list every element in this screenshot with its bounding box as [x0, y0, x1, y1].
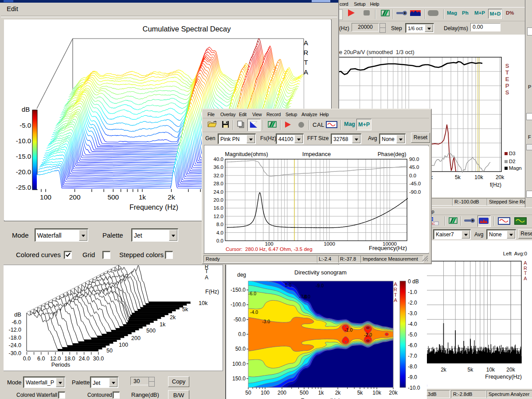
svg-text:5.0: 5.0	[285, 282, 292, 288]
svg-text:-150.0: -150.0	[231, 287, 246, 293]
svg-text:Impedance: Impedance	[302, 151, 331, 157]
svg-text:-4.0: -4.0	[408, 321, 417, 327]
svg-text:5k: 5k	[182, 306, 188, 313]
svg-text:A: A	[304, 68, 308, 76]
svg-text:8.0: 8.0	[216, 222, 223, 227]
svg-text:100.0: 100.0	[232, 361, 246, 367]
svg-text:-90.0: -90.0	[409, 189, 421, 195]
svg-text:R: R	[304, 49, 309, 56]
svg-text:90.0: 90.0	[409, 156, 419, 162]
svg-text:200: 200	[278, 390, 286, 396]
svg-text:A: A	[394, 297, 397, 303]
svg-text:-50.0: -50.0	[234, 317, 246, 323]
svg-text:-9.0: -9.0	[408, 374, 417, 380]
svg-text:Left Avg:0: Left Avg:0	[503, 251, 527, 256]
svg-text:A: A	[524, 260, 527, 266]
svg-text:R: R	[394, 287, 397, 292]
svg-text:-1.0: -1.0	[408, 289, 417, 295]
svg-text:F(Hz): F(Hz)	[205, 289, 219, 295]
svg-text:5k: 5k	[467, 367, 473, 373]
svg-text:T: T	[505, 69, 509, 76]
svg-text:1000: 1000	[324, 241, 335, 246]
svg-text:Periods: Periods	[51, 362, 70, 368]
svg-text:dB: dB	[22, 106, 30, 113]
svg-text:200: 200	[131, 335, 141, 341]
svg-text:-6.0: -6.0	[12, 319, 21, 325]
svg-text:50: 50	[245, 390, 251, 396]
svg-text:0.0: 0.0	[238, 331, 246, 337]
svg-text:-5.0: -5.0	[408, 332, 417, 338]
svg-text:100: 100	[119, 342, 128, 348]
svg-text:10k: 10k	[199, 300, 208, 306]
svg-text:Directivity sonogram: Directivity sonogram	[294, 269, 347, 276]
svg-text:100: 100	[265, 241, 273, 246]
svg-text:-5.0: -5.0	[20, 121, 31, 129]
svg-text:500: 500	[107, 193, 119, 201]
svg-text:20k: 20k	[389, 390, 398, 396]
svg-text:100: 100	[40, 193, 51, 201]
svg-text:T: T	[205, 268, 208, 274]
svg-text:500: 500	[146, 328, 156, 334]
svg-text:D2: D2	[509, 159, 516, 164]
svg-text:16.0: 16.0	[214, 205, 223, 211]
svg-text:0.0: 0.0	[409, 173, 416, 178]
svg-text:6.0: 6.0	[37, 356, 45, 362]
svg-text:D3: D3	[509, 151, 516, 156]
svg-text:10k: 10k	[372, 390, 381, 396]
svg-text:2k: 2k	[170, 314, 176, 321]
svg-text:36.0: 36.0	[214, 164, 223, 170]
svg-text:2k: 2k	[335, 390, 341, 396]
svg-text:A: A	[524, 276, 527, 281]
svg-text:T: T	[394, 292, 397, 297]
svg-text:T: T	[524, 270, 527, 276]
svg-text:0.0: 0.0	[216, 238, 223, 243]
svg-text:Frequency(Hz): Frequency(Hz)	[369, 245, 407, 251]
svg-text:-10.0: -10.0	[408, 385, 420, 391]
svg-text:50.0: 50.0	[235, 346, 246, 352]
svg-text:-8.0: -8.0	[302, 294, 310, 299]
svg-text:-3.0: -3.0	[262, 319, 270, 324]
svg-text:R: R	[524, 266, 527, 271]
svg-text:30.0: 30.0	[93, 356, 104, 362]
svg-text:P: P	[505, 82, 509, 89]
svg-text:-8.0: -8.0	[408, 364, 417, 370]
svg-text:-12.0: -12.0	[9, 327, 22, 333]
svg-text:e 20uPa/V (smoothed 1/3 oct): e 20uPa/V (smoothed 1/3 oct)	[339, 49, 415, 55]
svg-text:A: A	[205, 274, 208, 281]
svg-text:-9.0: -9.0	[316, 283, 324, 288]
svg-text:E: E	[505, 76, 509, 82]
svg-text:24.0: 24.0	[79, 356, 90, 362]
svg-text:28.0: 28.0	[214, 181, 223, 186]
svg-text:A: A	[304, 39, 308, 47]
svg-text:-1.0: -1.0	[344, 327, 352, 332]
svg-text:-24.0: -24.0	[9, 342, 22, 348]
svg-text:-30.0: -30.0	[9, 350, 22, 356]
svg-text:A: A	[394, 282, 397, 287]
svg-text:4.0: 4.0	[216, 230, 223, 235]
svg-text:S: S	[505, 63, 509, 69]
svg-text:12.0: 12.0	[214, 214, 223, 219]
svg-text:12.0: 12.0	[50, 356, 61, 362]
svg-text:Cursor: 280.0 Hz, 6.47 Ohm, -: Cursor: 280.0 Hz, 6.47 Ohm, -3.5 deg	[226, 246, 313, 252]
svg-text:-100.0: -100.0	[231, 301, 246, 308]
svg-text:0.0: 0.0	[23, 356, 31, 362]
svg-text:-20.0: -20.0	[16, 168, 31, 176]
svg-text:200: 200	[69, 193, 81, 201]
svg-text:-10.0: -10.0	[16, 137, 31, 145]
svg-text:Magn: Magn	[509, 165, 522, 171]
svg-text:Frequency (Hz): Frequency (Hz)	[301, 397, 340, 399]
svg-text:20k: 20k	[506, 367, 515, 373]
svg-text:-3.0: -3.0	[408, 310, 417, 317]
svg-text:150.0: 150.0	[232, 376, 246, 382]
svg-text:Magnitude(ohms): Magnitude(ohms)	[225, 151, 268, 157]
svg-text:2k: 2k	[168, 193, 175, 201]
svg-text:5k: 5k	[455, 174, 461, 180]
svg-text:45.0: 45.0	[409, 164, 419, 170]
svg-text:24.0: 24.0	[214, 189, 223, 195]
svg-text:32.0: 32.0	[214, 173, 223, 178]
svg-text:10k: 10k	[486, 367, 495, 373]
svg-text:dB: dB	[14, 311, 21, 318]
svg-text:-15.0: -15.0	[16, 153, 31, 160]
svg-text:-2.0: -2.0	[364, 332, 372, 337]
svg-text:100: 100	[261, 390, 270, 396]
